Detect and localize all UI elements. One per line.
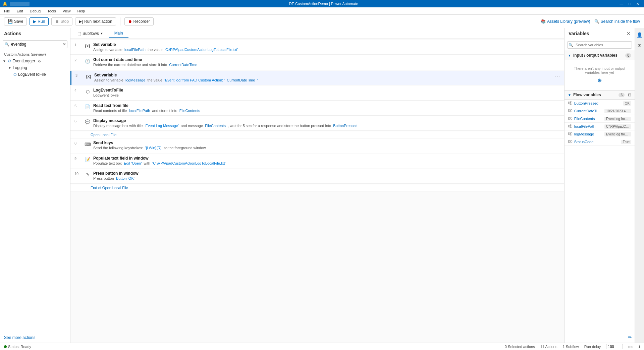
menu-tools[interactable]: Tools [46, 8, 57, 14]
chevron-down-icon: ▼ [3, 59, 6, 63]
var-search-input[interactable] [567, 41, 632, 49]
run-delay-unit: ms [628, 345, 633, 349]
menu-edit[interactable]: Edit [15, 8, 24, 14]
tab-main[interactable]: Main [109, 30, 128, 38]
action-desc: LogEventToFile [93, 93, 560, 98]
action-more-button[interactable]: ⋯ [552, 73, 560, 79]
action-number: 5 [74, 103, 84, 108]
var-type-icon: Iⓣ [568, 109, 572, 113]
search-clear-button[interactable]: ✕ [63, 42, 66, 47]
save-icon: 💾 [8, 19, 13, 24]
flow-variables-list: Iⓣ ButtonPressed OK Iⓣ CurrentDateTi... … [565, 100, 635, 146]
variables-panel: Variables ✕ 🔍 ▼ Input / output variables… [564, 28, 635, 343]
chevron-down-icon-logging: ▼ [8, 66, 11, 70]
var-search-container: 🔍 [565, 39, 635, 51]
var-search-icon: 🔍 [569, 43, 573, 47]
input-output-section: ▼ Input / output variables 0 There aren'… [565, 51, 635, 91]
run-delay-label: Run delay [584, 345, 601, 349]
sidebar-item-logeventtofile[interactable]: ⬡ LogEventToFile [0, 71, 70, 78]
action-title: Populate text field in window [93, 156, 560, 161]
person-icon[interactable]: 👤 [635, 31, 644, 39]
var-type-icon: Iⓣ [568, 101, 572, 106]
flow-variables-header[interactable]: ▼ Flow variables 6 ⊟ [565, 91, 635, 100]
menu-file[interactable]: File [3, 8, 11, 14]
action-desc: Assign to variable localFilePath the val… [93, 47, 560, 52]
chevron-down-icon: ▼ [100, 32, 103, 35]
action-number: 9 [74, 156, 84, 161]
variables-panel-close-button[interactable]: ✕ [627, 31, 631, 36]
action-desc: Read contents of file localFilePath and … [93, 108, 560, 113]
subflows-icon: ⬚ [77, 31, 81, 36]
action-row: 3 {x} Set variable Assign to variable lo… [70, 71, 564, 85]
variables-panel-header: Variables ✕ [565, 28, 635, 39]
close-button[interactable]: ✕ [634, 2, 641, 6]
recorder-button[interactable]: ⏺ Recorder [124, 17, 154, 25]
settings-icon: ⚙ [38, 59, 41, 63]
run-button[interactable]: ▶ Run [30, 17, 49, 25]
status-bar: Status: Ready 0 Selected actions 11 Acti… [0, 343, 644, 350]
action-row: 2 🕐 Get current date and time Retrieve t… [70, 55, 564, 70]
var-item-localfilepath: Iⓣ localFilePath C:\RPA\padCusto... [565, 123, 635, 130]
toolbar: 💾 Save ▶ Run ⏹ Stop ▶| Run next action ⏺… [0, 15, 644, 28]
status-ready: Status: Ready [4, 345, 31, 349]
menu-view[interactable]: View [61, 8, 72, 14]
action-icon: ⬡ [13, 72, 17, 77]
input-output-header[interactable]: ▼ Input / output variables 0 [565, 51, 635, 60]
info-icon: ℹ [639, 344, 640, 349]
action-row: 1 {x} Set variable Assign to variable lo… [70, 40, 564, 55]
action-title: Press button in window [93, 171, 560, 176]
action-number: 1 [74, 42, 84, 47]
action-title: Read text from file [93, 103, 560, 108]
empty-text: There aren't any input or output variabl… [569, 66, 631, 74]
run-next-button[interactable]: ▶| Run next action [75, 17, 116, 25]
logeventtofile-icon: ⬡ [84, 88, 91, 95]
action-number: 6 [74, 118, 84, 123]
save-button[interactable]: 💾 Save [4, 17, 27, 25]
maximize-button[interactable]: □ [627, 2, 633, 6]
library-icon: 📚 [541, 19, 546, 24]
display-message-icon: 💬 [84, 118, 91, 126]
run-delay-input[interactable] [606, 344, 623, 349]
search-input[interactable] [3, 40, 67, 48]
action-desc: Send the following keystrokes: '{LWin}{R… [93, 145, 560, 151]
right-icons-panel: 👤 ✉ [635, 28, 644, 343]
sidebar-title: Actions [0, 28, 70, 39]
action-row: 8 ⌨ Send keys Send the following keystro… [70, 138, 564, 153]
subflows-button[interactable]: ⬚ Subflows ▼ [74, 30, 106, 38]
search-flow-link[interactable]: 🔍 Search inside the flow [594, 19, 640, 24]
minimize-button[interactable]: — [618, 2, 625, 6]
mail-icon[interactable]: ✉ [636, 42, 643, 50]
sidebar-search-icon: 🔍 [5, 42, 9, 47]
add-variable-button[interactable]: ⊕ [597, 77, 602, 83]
sidebar-item-eventlogger[interactable]: ▼ ⚙ EventLogger ⚙ [0, 58, 70, 64]
edit-variables-icon[interactable]: ✏ [628, 335, 632, 340]
var-item-logmessage: Iⓣ logMessage Event log from PAD... [565, 130, 635, 138]
notification-icon: 🔔 [3, 2, 7, 6]
menu-debug[interactable]: Debug [29, 8, 42, 14]
stop-button[interactable]: ⏹ Stop [51, 17, 72, 25]
var-item-filecontents: Iⓣ FileContents Event log from PAD... [565, 115, 635, 123]
see-more-link[interactable]: See more actions [0, 333, 70, 343]
set-variable-icon2: {x} [85, 73, 92, 80]
chevron-down-icon-flow: ▼ [568, 93, 571, 97]
action-desc: Press button Button 'OK' [93, 176, 560, 181]
action-desc: Retrieve the current datetime and store … [93, 62, 560, 67]
actions-list: 1 {x} Set variable Assign to variable lo… [70, 39, 564, 343]
assets-library-link[interactable]: 📚 Assets Library (preview) [541, 19, 590, 24]
action-number: 3 [75, 73, 85, 77]
input-output-empty: There aren't any input or output variabl… [565, 60, 635, 90]
action-number: 4 [74, 88, 84, 93]
menu-help[interactable]: Help [76, 8, 86, 14]
filter-icon[interactable]: ⊟ [628, 93, 631, 97]
run-next-icon: ▶| [79, 19, 83, 24]
app-title: DF-CustomActionDemo | Power Automate [30, 2, 618, 6]
stop-icon: ⏹ [55, 19, 59, 24]
action-title: Send keys [93, 140, 560, 145]
actions-count-label: 11 Actions [540, 345, 557, 349]
action-row: 6 💬 Display message Display message box … [70, 116, 564, 131]
sidebar-item-logging[interactable]: ▼ Logging [0, 64, 70, 71]
status-dot [4, 345, 7, 348]
var-item-buttonpressed: Iⓣ ButtonPressed OK [565, 100, 635, 107]
flow-variables-badge: 6 [619, 93, 625, 97]
chevron-down-icon: ▼ [568, 54, 571, 57]
